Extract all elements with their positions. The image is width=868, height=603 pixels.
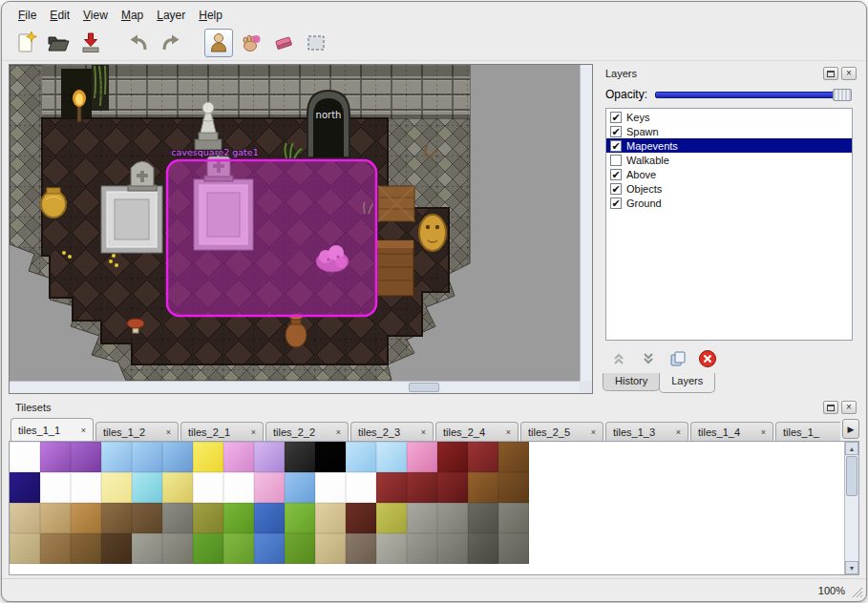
- tileset-tile[interactable]: [132, 442, 162, 472]
- tileset-view[interactable]: ▲ ▼: [9, 441, 859, 575]
- float-panel-button[interactable]: [823, 401, 838, 414]
- tileset-tab-tiles_1_4[interactable]: tiles_1_4×: [690, 422, 773, 441]
- tileset-tile[interactable]: [468, 503, 498, 533]
- tileset-tile[interactable]: [162, 472, 193, 503]
- tileset-tile[interactable]: [407, 472, 437, 503]
- opacity-slider[interactable]: [655, 89, 852, 101]
- layer-visibility-checkbox[interactable]: ✔: [610, 183, 622, 195]
- tileset-tile[interactable]: [223, 442, 254, 472]
- tileset-tile[interactable]: [285, 442, 315, 472]
- layer-visibility-checkbox[interactable]: ✔: [610, 112, 622, 123]
- tileset-tab-tiles_2_1[interactable]: tiles_2_1×: [180, 422, 264, 441]
- tileset-tile[interactable]: [254, 503, 285, 533]
- tileset-tile[interactable]: [285, 503, 315, 533]
- tileset-tile[interactable]: [346, 503, 376, 533]
- map-horizontal-scrollbar[interactable]: [10, 381, 580, 393]
- tileset-tab-tiles_1_1[interactable]: tiles_1_1×: [11, 418, 94, 441]
- panel-tab-history[interactable]: History: [603, 373, 660, 391]
- paint-tool-button[interactable]: [237, 29, 265, 57]
- tileset-tile[interactable]: [376, 442, 407, 472]
- new-file-button[interactable]: [11, 29, 40, 57]
- close-panel-button[interactable]: ×: [841, 401, 857, 414]
- tileset-tile[interactable]: [437, 503, 468, 533]
- scrollbar-thumb[interactable]: [409, 383, 439, 392]
- tileset-tab-tiles_1_3[interactable]: tiles_1_3×: [605, 422, 688, 441]
- tileset-tab-tiles_2_5[interactable]: tiles_2_5×: [520, 422, 603, 441]
- tileset-tile[interactable]: [132, 533, 162, 564]
- tileset-tile[interactable]: [376, 503, 407, 533]
- tileset-tile[interactable]: [101, 503, 132, 533]
- tileset-tile[interactable]: [498, 472, 529, 503]
- tileset-tile[interactable]: [40, 442, 71, 472]
- layer-visibility-checkbox[interactable]: ✔: [610, 198, 622, 209]
- menu-item-view[interactable]: View: [76, 7, 115, 24]
- tileset-tile[interactable]: [10, 472, 40, 503]
- tileset-tab-tiles_2_4[interactable]: tiles_2_4×: [435, 422, 519, 441]
- tileset-tile[interactable]: [71, 503, 101, 533]
- tileset-tile[interactable]: [162, 442, 193, 472]
- tileset-tile[interactable]: [101, 533, 132, 564]
- tileset-tab-tiles_2_2[interactable]: tiles_2_2×: [265, 422, 349, 441]
- save-button[interactable]: [76, 29, 105, 57]
- tileset-tile[interactable]: [223, 533, 254, 564]
- tileset-tab-tiles_2_3[interactable]: tiles_2_3×: [350, 422, 434, 441]
- tileset-tile[interactable]: [346, 533, 376, 564]
- select-tool-button[interactable]: [302, 29, 330, 57]
- tileset-scrollbar[interactable]: ▲ ▼: [844, 442, 858, 574]
- scrollbar-thumb[interactable]: [846, 456, 857, 496]
- tileset-tile[interactable]: [437, 533, 468, 564]
- move-layer-up-button[interactable]: [608, 348, 629, 369]
- tileset-tile[interactable]: [193, 472, 223, 503]
- tileset-tile[interactable]: [223, 503, 254, 533]
- tileset-tile[interactable]: [223, 472, 254, 503]
- open-button[interactable]: [44, 29, 73, 57]
- tileset-tile[interactable]: [254, 533, 285, 564]
- tileset-tile[interactable]: [101, 472, 132, 503]
- tileset-tile[interactable]: [40, 472, 71, 503]
- tileset-tile[interactable]: [193, 503, 223, 533]
- tileset-tile[interactable]: [193, 442, 223, 472]
- tileset-tile[interactable]: [71, 472, 101, 503]
- tileset-tile[interactable]: [254, 472, 285, 503]
- tileset-tile[interactable]: [10, 442, 40, 472]
- undo-button[interactable]: [124, 29, 153, 57]
- panel-tab-layers[interactable]: Layers: [659, 373, 715, 393]
- tileset-tab-tiles_1_2[interactable]: tiles_1_2×: [95, 422, 179, 441]
- tileset-tile[interactable]: [315, 503, 346, 533]
- tileset-tile[interactable]: [132, 472, 162, 503]
- tileset-tile[interactable]: [468, 533, 498, 564]
- tileset-tile[interactable]: [71, 533, 101, 564]
- tileset-tile[interactable]: [498, 442, 529, 472]
- menu-item-edit[interactable]: Edit: [43, 7, 76, 24]
- menu-item-map[interactable]: Map: [115, 7, 150, 24]
- tab-close-icon[interactable]: ×: [761, 427, 766, 437]
- tileset-tile[interactable]: [407, 533, 437, 564]
- tab-close-icon[interactable]: ×: [676, 427, 681, 437]
- tileset-tile[interactable]: [40, 503, 71, 533]
- map-canvas[interactable]: cavesquare2 gate1 north: [10, 65, 581, 381]
- tileset-tile[interactable]: [346, 472, 376, 503]
- tileset-tile[interactable]: [407, 442, 437, 472]
- tileset-tile[interactable]: [468, 442, 498, 472]
- tileset-tab-tiles_1_[interactable]: tiles_1_×: [775, 422, 840, 441]
- tab-close-icon[interactable]: ×: [251, 427, 256, 437]
- scroll-up-button[interactable]: ▲: [845, 442, 858, 455]
- tileset-tile[interactable]: [315, 472, 346, 503]
- tab-close-icon[interactable]: ×: [336, 427, 341, 437]
- tileset-tile[interactable]: [162, 533, 193, 564]
- scroll-down-button[interactable]: ▼: [845, 561, 858, 574]
- tileset-tile[interactable]: [193, 533, 223, 564]
- layer-row-objects[interactable]: ✔Objects: [606, 181, 852, 196]
- tab-close-icon[interactable]: ×: [591, 427, 596, 437]
- redo-button[interactable]: [157, 29, 185, 57]
- layer-row-mapevents[interactable]: ✔Mapevents: [606, 138, 852, 153]
- layer-row-ground[interactable]: ✔Ground: [606, 196, 852, 210]
- tileset-tile[interactable]: [376, 533, 407, 564]
- tileset-tile[interactable]: [498, 533, 529, 564]
- menu-item-help[interactable]: Help: [192, 7, 229, 24]
- layer-row-spawn[interactable]: ✔Spawn: [606, 124, 852, 138]
- tileset-tile[interactable]: [285, 472, 315, 503]
- delete-layer-button[interactable]: [697, 348, 718, 369]
- tileset-tile[interactable]: [285, 533, 315, 564]
- tileset-tile[interactable]: [315, 442, 346, 472]
